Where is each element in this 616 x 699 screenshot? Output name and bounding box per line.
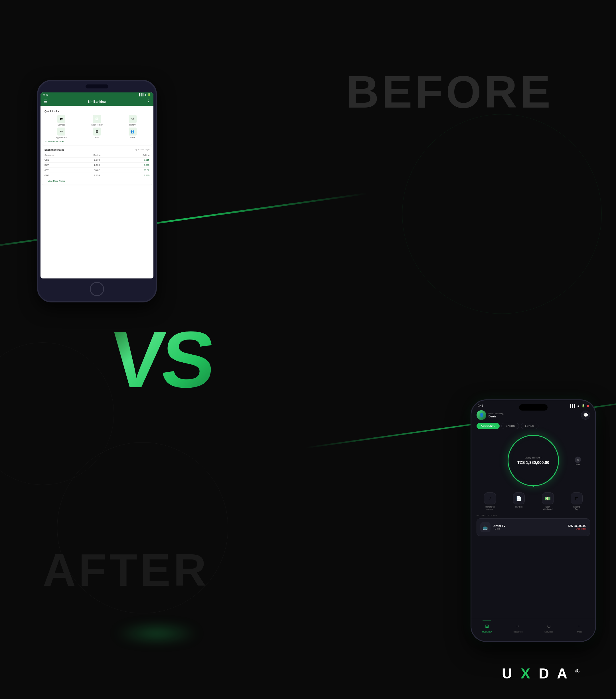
after-balance-area: Salary account + TZS 1,380,000.00 ⊘ Hide (471, 432, 595, 490)
logo-d: D (539, 665, 551, 682)
tab-loans[interactable]: LOANS (521, 423, 538, 429)
after-balance-inner: Salary account + TZS 1,380,000.00 (517, 457, 549, 465)
usd-buying: 2,270 (80, 159, 114, 161)
logo-registered: ® (575, 668, 582, 674)
before-label: BEFORE (346, 66, 553, 118)
transfers-nav-label: Transfers (513, 631, 523, 633)
after-avatar[interactable]: 👤 (477, 410, 486, 420)
arrow-right-rates-icon: → (44, 180, 47, 182)
tab-accounts[interactable]: ACCOUNTS (477, 423, 500, 429)
scan-to-pay-icon: ⊞ (93, 115, 101, 123)
more-nav-icon: ··· (576, 622, 583, 629)
after-notification-button[interactable]: 💬 (581, 411, 590, 420)
view-more-rates[interactable]: → View More Rates (44, 180, 149, 182)
action-transfer[interactable]: ↗ Transfer tom-pesa (477, 492, 503, 511)
after-notif-service-icon: 📺 (480, 522, 491, 532)
hide-label: Hide (576, 464, 580, 466)
after-notif-amount: TZS 28,000.00 (567, 524, 586, 528)
jpy-buying: 18.82 (80, 169, 114, 171)
link-services[interactable]: ⇄ Services (44, 115, 78, 126)
after-hide-button[interactable]: ⊘ Hide (575, 457, 581, 466)
before-ql-header: Quick Links ⋮ (44, 110, 149, 113)
action-scan-pay[interactable]: ⊡ Scan toPay (563, 492, 590, 511)
after-phone-screen: 9:41 ▐▐▐ ▲ 🔋 👤 Good morning, Denis � (471, 400, 595, 641)
col-buying: Buying (80, 154, 114, 156)
decorative-circle-1 (402, 114, 602, 314)
nav-services[interactable]: ⊙ Services (533, 622, 564, 633)
view-more-rates-text: View More Rates (48, 180, 65, 182)
logo-x: X (521, 665, 539, 682)
before-phone-notch (85, 84, 108, 89)
logo-u: U (502, 665, 514, 682)
after-dynamic-island (519, 404, 548, 411)
apply-online-icon: ✏ (57, 128, 65, 135)
more-nav-label: More (577, 631, 582, 633)
cash-withdrawal-label: Cashwithdrawal (543, 506, 552, 511)
link-history[interactable]: ↺ History (116, 115, 149, 126)
after-account-tabs: ACCOUNTS CARDS LOANS (471, 423, 595, 432)
before-app-title: SimBanking (47, 100, 146, 103)
col-selling: Selling (115, 154, 149, 156)
history-icon: ↺ (129, 115, 137, 123)
after-greeting-name: Denis (488, 415, 504, 418)
after-account-label: Salary account + (517, 457, 549, 459)
transfer-icon: ↗ (484, 492, 496, 504)
after-notif-right: TZS 28,000.00 Due today (567, 524, 586, 530)
signal-icon: ▐▐▐ (569, 404, 575, 407)
social-icon: 👥 (129, 128, 137, 135)
vs-label: VS (107, 314, 216, 406)
after-bottom-nav: ⊞ Overview ↔ Transfers ⊙ Services ··· Mo… (471, 619, 595, 641)
after-greeting-sub: Good morning, (488, 412, 504, 415)
col-currency: Currency (44, 154, 79, 156)
arrow-right-icon: → (44, 140, 47, 143)
after-status-icons: ▐▐▐ ▲ 🔋 (569, 404, 589, 407)
scan-pay-label: Scan toPay (573, 506, 580, 511)
link-scan-to-pay[interactable]: ⊞ Scan To Pay (80, 115, 114, 126)
before-home-button[interactable] (90, 282, 104, 296)
social-label: Social (130, 136, 135, 139)
overview-nav-icon: ⊞ (483, 622, 490, 629)
cash-withdrawal-icon: 💵 (542, 492, 554, 504)
eur-selling: 2,669 (115, 164, 149, 166)
nav-more[interactable]: ··· More (564, 622, 595, 633)
atm-icon: ⊟ (93, 128, 101, 135)
action-cash-withdrawal[interactable]: 💵 Cashwithdrawal (534, 492, 561, 511)
after-balance-circle: Salary account + TZS 1,380,000.00 (508, 435, 559, 486)
after-notif-title: Azam TV (493, 524, 505, 528)
after-notif-subtitle: TV bill (493, 528, 505, 530)
after-notifications-section-label: NOTIFICATIONS (471, 514, 595, 518)
hide-icon: ⊘ (575, 457, 581, 463)
before-status-icons: ▐▐▐ ▲ 🔋 (138, 93, 150, 96)
pay-bills-icon: 📄 (513, 492, 525, 504)
link-atm[interactable]: ⊟ ATM (80, 128, 114, 139)
services-label: Services (58, 124, 65, 126)
nav-overview[interactable]: ⊞ Overview (471, 622, 503, 633)
before-exchange-time: 1 day 15 hours ago (132, 148, 149, 151)
scan-to-pay-label: Scan To Pay (91, 124, 102, 126)
row-eur: EUR 2,539 2,669 (44, 163, 149, 168)
nav-transfers[interactable]: ↔ Transfers (503, 622, 534, 633)
usd-currency: USD (44, 159, 79, 161)
after-notification-card[interactable]: 📺 Azam TV TV bill TZS 28,000.00 Due toda… (477, 518, 590, 536)
logo-a: A (557, 665, 569, 682)
row-gbp: GBP 2,859 2,989 (44, 173, 149, 178)
before-exchange-header: Exchange Rates 1 day 15 hours ago (44, 148, 149, 151)
after-balance-amount: TZS 1,380,000.00 (517, 460, 549, 465)
status-dot (587, 405, 589, 407)
transfers-nav-icon: ↔ (514, 622, 521, 629)
after-notif-due: Due today (567, 528, 586, 530)
before-more-icon[interactable]: ⋮ (146, 99, 150, 104)
after-notif-text: Azam TV TV bill (493, 524, 505, 530)
atm-label: ATM (95, 136, 99, 139)
after-greeting: Good morning, Denis (488, 412, 504, 418)
uxda-logo: U X D A ® (502, 665, 582, 682)
action-pay-bills[interactable]: 📄 Pay bills (506, 492, 533, 511)
link-apply-online[interactable]: ✏ Apply Online (44, 128, 78, 139)
link-social[interactable]: 👥 Social (116, 128, 149, 139)
scan-pay-icon: ⊡ (571, 492, 582, 504)
before-menu-icon[interactable]: ☰ (43, 99, 47, 104)
view-more-links[interactable]: → View More Links (44, 140, 149, 143)
apply-online-label: Apply Online (56, 136, 67, 139)
tab-cards[interactable]: CARDS (501, 423, 519, 429)
overview-nav-label: Overview (482, 631, 492, 633)
